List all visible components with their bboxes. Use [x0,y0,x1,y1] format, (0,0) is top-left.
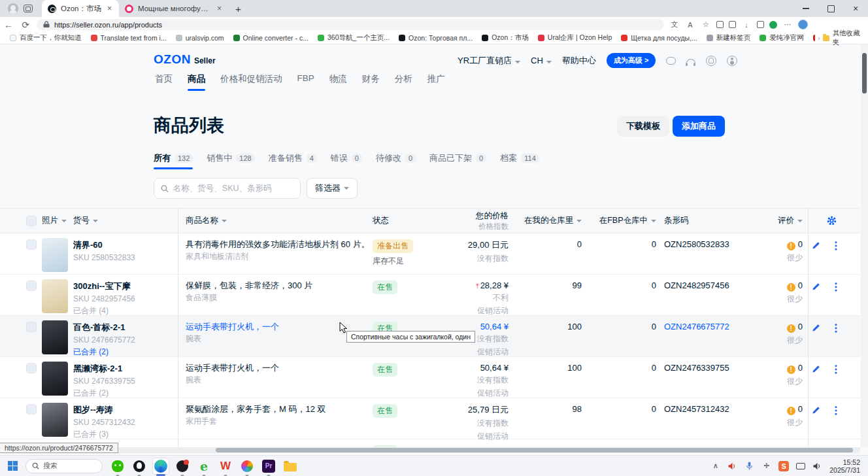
barcode-value[interactable]: OZN2476675772 [656,322,756,332]
bookmark-item[interactable]: 章鱼AI [809,33,815,42]
bookmark-item[interactable]: 百度一下，你就知道 [5,33,86,42]
edit-pencil-icon[interactable] [812,365,820,374]
volume-icon[interactable] [727,462,737,470]
rating-value[interactable]: 0 [798,239,803,249]
reading-list-icon[interactable] [716,21,724,28]
product-image[interactable] [42,320,68,354]
other-bookmarks[interactable]: 其他收藏夹 [823,29,861,47]
product-image[interactable] [42,238,68,272]
horizontal-scrollbar[interactable] [0,447,860,453]
help-center-link[interactable]: 帮助中心 [562,55,596,67]
price-value[interactable]: 50,64 ¥ [480,322,509,332]
minimize-button[interactable] [793,0,818,17]
ozon-seller-logo[interactable]: OZONSeller [154,52,216,67]
read-aloud-icon[interactable]: A [685,21,695,29]
header-name[interactable]: 商品名称 [178,215,373,226]
color-wheel-app-icon[interactable] [239,458,256,475]
edit-pencil-icon[interactable] [812,324,820,333]
rating-value[interactable]: 0 [798,363,803,373]
rating-value[interactable]: 0 [798,280,803,290]
add-product-button[interactable]: 添加商品 [673,116,725,137]
filter-button[interactable]: 筛选器 [307,178,358,199]
row-checkbox[interactable] [26,363,37,373]
tray-chevron-up-icon[interactable]: ∧ [710,462,720,470]
bell-icon[interactable] [706,56,716,66]
product-image[interactable] [42,279,68,313]
product-name[interactable]: 聚氨酯涂层，家务手套，M 码，12 双 [186,404,373,414]
bookmark-item[interactable]: Online converter - c... [229,34,313,42]
close-button[interactable]: × [843,0,868,17]
price-value[interactable]: 25,79 日元 [468,405,509,415]
row-more-icon[interactable] [835,406,837,415]
barcode-value[interactable]: OZN2476339755 [656,363,756,373]
wechat-icon[interactable] [109,458,126,475]
ie-browser-icon[interactable]: e [195,458,212,475]
close-tab-icon[interactable]: × [216,4,223,13]
back-icon[interactable]: ← [0,20,17,30]
display-icon[interactable] [796,463,805,469]
edit-pencil-icon[interactable] [812,282,820,292]
extensions-icon[interactable] [757,21,764,28]
header-photo[interactable]: 照片 [42,215,73,226]
refresh-icon[interactable]: ⟳ [17,20,34,30]
sogou-input-icon[interactable]: S [778,461,789,471]
downloads-icon[interactable]: ↓ [741,21,752,29]
price-value[interactable]: 50,64 ¥ [480,363,509,373]
product-name[interactable]: 运动手表带打火机，一个 [186,363,373,373]
taskbar-clock[interactable]: 15:52 2025/7/31 [829,458,860,474]
filter-tab-商品已下架[interactable]: 商品已下架0 [429,152,486,169]
header-fbp-warehouse[interactable]: 在FBP仓库中 [582,215,656,226]
filter-tab-准备销售[interactable]: 准备销售4 [269,152,317,169]
v-scroll-thumb[interactable] [862,53,867,94]
product-code[interactable]: 百色-首标-2-1 [73,322,178,333]
maximize-button[interactable] [818,0,843,17]
vertical-scrollbar[interactable] [861,44,868,447]
edit-pencil-icon[interactable] [812,406,820,415]
product-code[interactable]: 300zhi--宝下摩 [73,280,178,292]
download-template-button[interactable]: 下载模板 [617,116,669,137]
nav-item-物流[interactable]: 物流 [329,73,347,91]
nav-item-商品[interactable]: 商品 [188,73,205,91]
browser-avatar[interactable] [798,20,808,29]
edit-pencil-icon[interactable] [812,241,820,250]
header-rating[interactable]: 评价 [756,215,803,226]
price-value[interactable]: 29,00 日元 [468,240,509,250]
bookmark-item[interactable]: Ozon：市场 [477,33,533,42]
nav-item-分析[interactable]: 分析 [395,73,412,91]
product-name[interactable]: 具有消毒作用的强效多功能清洁地板片剂 60 片。 [186,239,373,249]
premiere-icon[interactable]: Pr [260,458,277,475]
row-more-icon[interactable] [835,282,837,292]
browser-profile-icon[interactable] [8,3,18,14]
product-image[interactable] [42,403,68,437]
row-checkbox[interactable] [26,280,37,291]
bookmark-item[interactable]: 新建标签页 [702,33,756,42]
tab-workspaces-icon[interactable] [24,5,33,12]
rating-value[interactable]: 0 [798,404,803,414]
product-name[interactable]: 保鲜膜，包装，非常经济，300 片 [186,280,373,290]
music-app-icon[interactable] [174,458,191,475]
more-menu-icon[interactable]: ⋯ [782,20,793,29]
bookmark-item[interactable]: 爱纯净官网 [755,33,809,42]
bookmark-item[interactable]: Translate text from i... [86,34,171,42]
translate-icon[interactable]: 文 [669,20,680,29]
filter-tab-销售中[interactable]: 销售中128 [207,152,254,169]
premium-button[interactable]: 成为高级 > [607,53,656,68]
filter-tab-错误[interactable]: 错误0 [331,152,362,169]
merged-link[interactable]: 已合并 (4) [73,305,178,316]
nav-item-财务[interactable]: 财务 [362,73,380,91]
collections-icon[interactable] [729,21,736,28]
bookmark-item[interactable]: uralsvip.com [171,34,229,42]
barcode-value[interactable]: OZN2457312432 [656,404,756,414]
merged-link[interactable]: 已合并 (2) [73,347,178,358]
headset-icon[interactable] [686,59,695,65]
row-more-icon[interactable] [835,324,837,333]
adblock-icon[interactable] [769,21,777,29]
row-checkbox[interactable] [26,239,37,250]
header-my-warehouse[interactable]: 在我的仓库里 [509,215,582,226]
wps-icon[interactable]: W [217,458,234,475]
h-scroll-thumb[interactable] [216,448,853,452]
price-value[interactable]: 28,28 ¥ [480,280,509,290]
search-input[interactable] [173,184,293,193]
row-checkbox[interactable] [26,322,37,332]
qq-icon[interactable] [131,458,148,475]
